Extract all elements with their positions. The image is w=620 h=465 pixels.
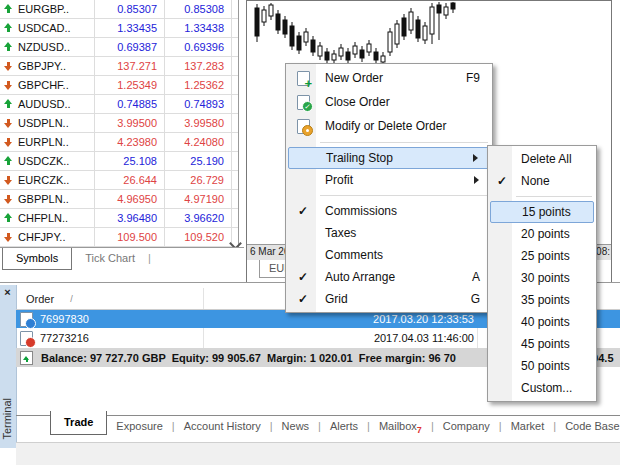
down-arrow-icon xyxy=(4,194,13,204)
checkmark-icon: ✓ xyxy=(298,293,308,305)
menu-item-comments[interactable]: Comments xyxy=(288,244,490,266)
order-id: 76997830 xyxy=(40,313,89,325)
terminal-tab-company[interactable]: Company xyxy=(434,411,499,432)
bid-price: 0.69387 xyxy=(95,38,165,56)
menu-item-30-points[interactable]: 30 points xyxy=(490,267,594,289)
symbol-row-gbpjpy[interactable]: GBPJPY.. 137.271 137.283 xyxy=(0,57,238,76)
menu-item-custom[interactable]: Custom... xyxy=(490,377,594,399)
ask-price: 1.25362 xyxy=(165,76,232,94)
menu-item-40-points[interactable]: 40 points xyxy=(490,311,594,333)
menu-item-15-points[interactable]: 15 points xyxy=(490,201,594,223)
menu-item-close-order[interactable]: Close Order xyxy=(288,90,490,114)
terminal-tab-account-history[interactable]: Account History xyxy=(175,411,270,432)
tab-symbols[interactable]: Symbols xyxy=(2,248,72,270)
terminal-tab-code-base[interactable]: Code Base xyxy=(556,411,620,432)
up-arrow-icon xyxy=(4,99,13,109)
balance-arrow-icon xyxy=(20,351,33,365)
menu-separator xyxy=(288,138,490,147)
menu-item-25-points[interactable]: 25 points xyxy=(490,245,594,267)
bid-price: 0.85307 xyxy=(95,0,165,18)
ask-price: 109.520 xyxy=(165,228,232,246)
menu-item-grid[interactable]: ✓ Grid G xyxy=(288,288,490,310)
ask-price: 1.33438 xyxy=(165,19,232,37)
market-watch-panel: EURGBP.. 0.85307 0.85308 USDCAD.. 1.3343… xyxy=(0,0,239,247)
ask-price: 0.74893 xyxy=(165,95,232,113)
trailing-stop-submenu: Delete All ✓ None 15 points xyxy=(487,145,597,402)
menu-item-taxes[interactable]: Taxes xyxy=(288,222,490,244)
checkmark-icon: ✓ xyxy=(497,175,507,187)
menu-item-trailing-stop[interactable]: Trailing Stop xyxy=(288,147,490,169)
symbol-row-eurczk[interactable]: EURCZK.. 26.644 26.729 xyxy=(0,171,238,190)
market-watch-tabs: Symbols Tick Chart | xyxy=(0,247,244,284)
terminal-tab-exposure[interactable]: Exposure xyxy=(107,411,171,432)
menu-item-20-points[interactable]: 20 points xyxy=(490,223,594,245)
ask-price: 137.283 xyxy=(165,57,232,75)
menu-item-delete-all[interactable]: Delete All xyxy=(490,148,594,170)
symbol-row-nzdusd[interactable]: NZDUSD.. 0.69387 0.69396 xyxy=(0,38,238,57)
mailbox-unread-badge: 7 xyxy=(417,425,422,435)
menu-item-commissions[interactable]: ✓ Commissions xyxy=(288,200,490,222)
symbol-row-usdczk[interactable]: USDCZK.. 25.108 25.190 xyxy=(0,152,238,171)
bid-price: 137.271 xyxy=(95,57,165,75)
up-arrow-icon xyxy=(4,42,13,52)
bid-price: 26.644 xyxy=(95,171,165,189)
menu-item-45-points[interactable]: 45 points xyxy=(490,333,594,355)
up-arrow-icon xyxy=(4,156,13,166)
tab-tick-chart[interactable]: Tick Chart xyxy=(75,247,145,264)
candlestick-plot xyxy=(251,2,466,68)
terminal-tab-news[interactable]: News xyxy=(273,411,319,432)
symbol-label: GBPJPY.. xyxy=(18,60,66,72)
menu-separator xyxy=(288,191,490,200)
symbol-label: USDCZK.. xyxy=(18,155,69,167)
up-arrow-icon xyxy=(4,213,13,223)
up-arrow-icon xyxy=(4,23,13,33)
bid-price: 25.108 xyxy=(95,152,165,170)
down-arrow-icon xyxy=(4,61,13,71)
menu-separator xyxy=(490,192,594,201)
close-order-icon xyxy=(297,95,310,110)
ask-price: 3.96620 xyxy=(165,209,232,227)
symbol-label: GBPCHF.. xyxy=(18,79,69,91)
terminal-tab-market[interactable]: Market xyxy=(502,411,554,432)
menu-item-35-points[interactable]: 35 points xyxy=(490,289,594,311)
symbol-label: EURPLN.. xyxy=(18,136,69,148)
symbol-row-gbppln[interactable]: GBPPLN.. 4.96950 4.97190 xyxy=(0,190,238,209)
bid-price: 4.96950 xyxy=(95,190,165,208)
symbol-row-eurgbp[interactable]: EURGBP.. 0.85307 0.85308 xyxy=(0,0,238,19)
terminal-tab-mailbox[interactable]: Mailbox7 xyxy=(370,411,431,435)
symbol-label: AUDUSD.. xyxy=(18,98,71,110)
ask-price: 0.85308 xyxy=(165,0,232,18)
terminal-tab-trade[interactable]: Trade xyxy=(50,411,107,435)
symbol-row-usdcad[interactable]: USDCAD.. 1.33435 1.33438 xyxy=(0,19,238,38)
terminal-caption: Terminal xyxy=(1,398,13,440)
symbol-label: USDCAD.. xyxy=(18,22,71,34)
checkmark-icon: ✓ xyxy=(298,205,308,217)
modify-delete-order-icon xyxy=(297,119,310,134)
symbol-row-usdpln[interactable]: USDPLN.. 3.99500 3.99580 xyxy=(0,114,238,133)
symbol-row-chfjpy[interactable]: CHFJPY.. 109.500 109.520 xyxy=(0,228,238,247)
new-order-icon xyxy=(297,71,310,86)
bid-price: 4.23980 xyxy=(95,133,165,151)
order-time: 2017.03.20 12:33:53 xyxy=(206,313,474,325)
close-icon[interactable]: × xyxy=(1,286,14,299)
terminal-tab-alerts[interactable]: Alerts xyxy=(321,411,367,432)
menu-item-none[interactable]: ✓ None xyxy=(490,170,594,192)
bid-price: 1.33435 xyxy=(95,19,165,37)
menu-item-new-order[interactable]: New Order F9 xyxy=(288,66,490,90)
ask-price: 4.24080 xyxy=(165,133,232,151)
terminal-tabs: Trade Exposure | Account History | News … xyxy=(32,411,620,442)
checkmark-icon: ✓ xyxy=(298,271,308,283)
symbol-label: GBPPLN.. xyxy=(18,193,69,205)
menu-item-50-points[interactable]: 50 points xyxy=(490,355,594,377)
menu-item-profit[interactable]: Profit xyxy=(288,169,490,191)
symbol-row-chfpln[interactable]: CHFPLN.. 3.96480 3.96620 xyxy=(0,209,238,228)
symbol-row-audusd[interactable]: AUDUSD.. 0.74885 0.74893 xyxy=(0,95,238,114)
submenu-arrow-icon xyxy=(473,154,482,162)
menu-item-auto-arrange[interactable]: ✓ Auto Arrange A xyxy=(288,266,490,288)
menu-item-modify-or-delete-order[interactable]: Modify or Delete Order xyxy=(288,114,490,138)
symbol-row-gbpchf[interactable]: GBPCHF.. 1.25349 1.25362 xyxy=(0,76,238,95)
symbol-row-eurpln[interactable]: EURPLN.. 4.23980 4.24080 xyxy=(0,133,238,152)
order-sell-icon xyxy=(20,331,33,346)
ask-price: 3.99580 xyxy=(165,114,232,132)
bid-price: 3.96480 xyxy=(95,209,165,227)
